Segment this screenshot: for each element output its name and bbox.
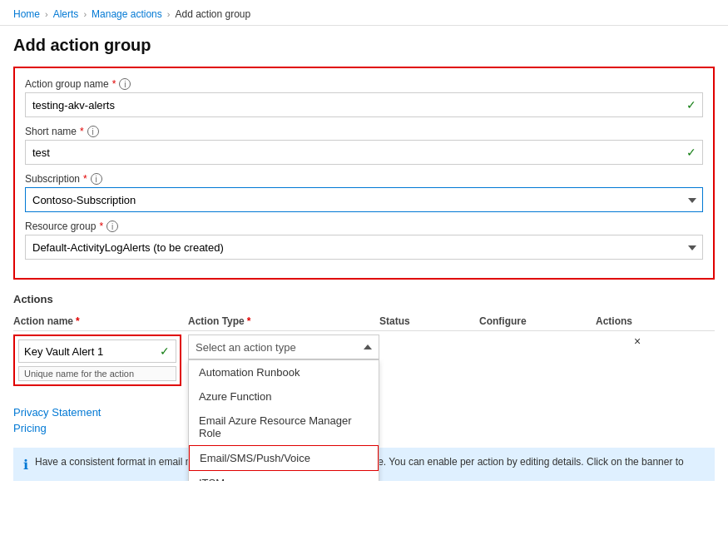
actions-table-header: Action name * Action Type * Status Confi… (13, 312, 715, 331)
subscription-select-wrap: Contoso-Subscription (25, 187, 703, 212)
info-banner-icon: ℹ (23, 457, 28, 473)
dropdown-item-email-sms[interactable]: Email/SMS/Push/Voice (189, 445, 379, 471)
short-name-check-icon: ✓ (686, 146, 696, 159)
delete-cell: × (596, 335, 679, 348)
subscription-label: Subscription * i (25, 173, 703, 185)
breadcrumb-sep-1: › (45, 9, 48, 19)
col-action-name: Action name * (13, 315, 188, 327)
col-action-type: Action Type * (188, 315, 379, 327)
required-star-1: * (112, 78, 116, 90)
resource-group-select[interactable]: Default-ActivityLogAlerts (to be created… (25, 235, 703, 260)
resource-group-field: Resource group * i Default-ActivityLogAl… (25, 221, 703, 260)
action-type-cell: Select an action type Automation Runbook… (188, 335, 379, 359)
info-icon-action-group-name[interactable]: i (119, 78, 131, 90)
action-name-input-wrap: ✓ (18, 339, 176, 363)
main-content: Action group name * i ✓ Short name * i ✓… (0, 67, 728, 481)
dropdown-item-automation-runbook[interactable]: Automation Runbook (189, 360, 379, 384)
dropdown-item-azure-function[interactable]: Azure Function (189, 384, 379, 409)
action-type-dropdown-menu: Automation Runbook Azure Function Email … (188, 359, 379, 481)
action-group-name-input-wrap: ✓ (25, 92, 703, 117)
col-type-required-star: * (247, 315, 251, 327)
col-required-star: * (76, 315, 80, 327)
actions-section: Actions Action name * Action Type * Stat… (13, 293, 715, 389)
form-section: Action group name * i ✓ Short name * i ✓… (13, 67, 715, 280)
dropdown-item-email-arm-role[interactable]: Email Azure Resource Manager Role (189, 409, 379, 445)
short-name-field: Short name * i ✓ (25, 126, 703, 165)
delete-action-icon[interactable]: × (596, 335, 679, 348)
info-icon-subscription[interactable]: i (91, 173, 102, 185)
breadcrumb-current: Add action group (175, 8, 250, 20)
breadcrumb-manage-actions[interactable]: Manage actions (92, 8, 162, 20)
subscription-select[interactable]: Contoso-Subscription (25, 187, 703, 212)
subscription-field: Subscription * i Contoso-Subscription (25, 173, 703, 212)
action-group-name-input[interactable] (25, 92, 703, 117)
page-title: Add action group (0, 26, 728, 67)
action-name-check-icon: ✓ (160, 344, 170, 358)
actions-title: Actions (13, 293, 715, 305)
short-name-input[interactable] (25, 140, 703, 165)
breadcrumb-sep-2: › (83, 9, 87, 19)
action-name-cell: ✓ Unique name for the action (13, 335, 188, 386)
action-name-box: ✓ Unique name for the action (13, 335, 181, 386)
info-icon-short-name[interactable]: i (87, 126, 99, 137)
resource-group-select-wrap: Default-ActivityLogAlerts (to be created… (25, 235, 703, 260)
action-group-name-check-icon: ✓ (686, 98, 696, 112)
required-star-4: * (99, 221, 103, 232)
dropdown-chevron-up-icon (364, 344, 372, 349)
action-type-dropdown-trigger[interactable]: Select an action type (188, 335, 379, 359)
col-actions: Actions (596, 315, 679, 327)
breadcrumb-alerts[interactable]: Alerts (53, 8, 79, 20)
breadcrumb: Home › Alerts › Manage actions › Add act… (0, 0, 728, 26)
short-name-label: Short name * i (25, 126, 703, 137)
action-type-placeholder: Select an action type (196, 341, 296, 354)
action-group-name-label: Action group name * i (25, 78, 703, 90)
unique-name-hint: Unique name for the action (18, 366, 176, 381)
breadcrumb-home[interactable]: Home (13, 8, 40, 20)
short-name-input-wrap: ✓ (25, 140, 703, 165)
breadcrumb-sep-3: › (167, 9, 171, 19)
table-row: ✓ Unique name for the action Select an a… (13, 331, 715, 389)
dropdown-item-itsm[interactable]: ITSM (189, 471, 379, 481)
col-status: Status (379, 315, 479, 327)
col-configure: Configure (479, 315, 596, 327)
info-icon-resource-group[interactable]: i (106, 221, 118, 232)
action-name-input[interactable] (18, 339, 176, 363)
required-star-2: * (80, 126, 84, 137)
required-star-3: * (83, 173, 87, 185)
resource-group-label: Resource group * i (25, 221, 703, 232)
action-group-name-field: Action group name * i ✓ (25, 78, 703, 117)
